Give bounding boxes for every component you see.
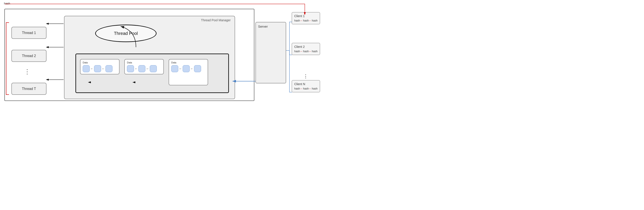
clientN-box: Client N hash ← hash ← hash: [292, 80, 320, 92]
client2-hash1: hash: [294, 50, 300, 53]
arrow-2-2: ←: [146, 67, 149, 70]
data-label-1: Data: [83, 61, 88, 64]
nodes-row-2: ← ←: [127, 65, 157, 72]
client2-arrow2: ←: [309, 50, 312, 53]
node-2-3: [150, 65, 157, 72]
queue-chain-3: Data ← ←: [168, 59, 208, 85]
client1-title: Client 1: [294, 14, 318, 18]
queue-outer-box: Data ← ← Data ←: [76, 54, 229, 93]
diagram-container: hash Thread 1 Thread 2 ⋮ Thread T Thread…: [0, 0, 322, 105]
clientN-hash2: hash: [303, 87, 309, 90]
client-dots: ⋮: [303, 74, 308, 79]
data-label-3: Data: [171, 61, 176, 64]
clientN-arrow1: ←: [300, 87, 303, 90]
arrow-1-2: ←: [102, 67, 105, 70]
node-1-1: [83, 65, 90, 72]
node-3-2: [183, 65, 190, 72]
nodes-row-3: ← ←: [171, 65, 201, 72]
client2-hashes: hash ← hash ← hash: [294, 50, 318, 53]
main-box: Thread 1 Thread 2 ⋮ Thread T Thread Pool…: [4, 9, 254, 101]
arrow-3-2: ←: [190, 67, 194, 70]
thread2-box: Thread 2: [12, 50, 46, 62]
client2-title: Client 2: [294, 45, 318, 49]
node-2-1: [127, 65, 134, 72]
client1-hash1: hash: [294, 19, 300, 22]
tpm-label: Thread Pool Manager: [201, 19, 231, 22]
thread1-label: Thread 1: [22, 31, 36, 35]
arrow-2-1: ←: [135, 67, 138, 70]
client1-hash2: hash: [303, 19, 309, 22]
arrow-1-1: ←: [90, 67, 94, 70]
thread-pool-label: Thread Pool: [114, 31, 138, 36]
client2-hash2: hash: [303, 50, 309, 53]
threadT-box: Thread T: [12, 83, 46, 95]
node-1-2: [94, 65, 101, 72]
node-2-2: [138, 65, 146, 72]
threadT-label: Thread T: [22, 87, 36, 91]
node-3-3: [194, 65, 201, 72]
nodes-row-1: ← ←: [83, 65, 112, 72]
server-label: Server: [258, 25, 268, 28]
queue-chain-1: Data ← ←: [80, 59, 120, 74]
thread-pool-ellipse: Thread Pool: [95, 25, 156, 42]
clientN-hash1: hash: [294, 87, 300, 90]
hash-label: hash: [4, 2, 10, 5]
client2-box: Client 2 hash ← hash ← hash: [292, 43, 320, 55]
tpm-box: Thread Pool Manager Thread Pool Data ← ←: [64, 16, 235, 99]
clientN-title: Client N: [294, 82, 318, 86]
node-3-1: [171, 65, 178, 72]
client1-hash3: hash: [312, 19, 318, 22]
client1-arrow1: ←: [300, 19, 303, 22]
client1-arrow2: ←: [309, 19, 312, 22]
arrow-3-1: ←: [179, 67, 182, 70]
client1-box: Client 1 hash ← hash ← hash: [292, 12, 320, 24]
clientN-arrow2: ←: [309, 87, 312, 90]
thread1-box: Thread 1: [12, 27, 46, 39]
client2-hash3: hash: [312, 50, 318, 53]
thread2-label: Thread 2: [22, 54, 36, 58]
queue-chain-2: Data ← ←: [124, 59, 164, 74]
server-box: Server: [256, 22, 286, 83]
client2-arrow1: ←: [300, 50, 303, 53]
data-label-2: Data: [127, 61, 132, 64]
thread-dots: ⋮: [24, 68, 30, 75]
clientN-hashes: hash ← hash ← hash: [294, 87, 318, 90]
client1-hashes: hash ← hash ← hash: [294, 19, 318, 22]
node-1-3: [106, 65, 112, 72]
clientN-hash3: hash: [312, 87, 318, 90]
red-bracket: [6, 22, 9, 95]
